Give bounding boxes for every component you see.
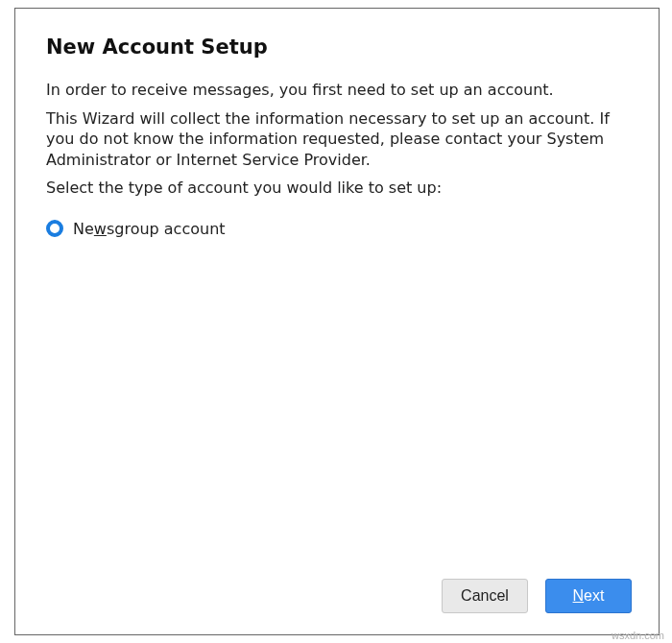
dialog-footer: Cancel Next bbox=[15, 565, 659, 634]
select-prompt: Select the type of account you would lik… bbox=[46, 178, 628, 199]
next-button[interactable]: Next bbox=[545, 579, 632, 613]
intro-text-2: This Wizard will collect the information… bbox=[46, 108, 628, 171]
watermark-text: wsxdn.com bbox=[612, 630, 664, 641]
radio-newsgroup-label: Newsgroup account bbox=[73, 220, 226, 238]
intro-text-1: In order to receive messages, you first … bbox=[46, 80, 628, 101]
cancel-button[interactable]: Cancel bbox=[442, 579, 528, 613]
dialog-title: New Account Setup bbox=[46, 36, 628, 59]
radio-newsgroup-account[interactable]: Newsgroup account bbox=[46, 220, 628, 238]
account-setup-dialog: New Account Setup In order to receive me… bbox=[14, 8, 660, 635]
dialog-body: New Account Setup In order to receive me… bbox=[15, 9, 659, 565]
radio-button-icon bbox=[46, 220, 63, 237]
account-type-radio-group: Newsgroup account bbox=[46, 220, 628, 238]
